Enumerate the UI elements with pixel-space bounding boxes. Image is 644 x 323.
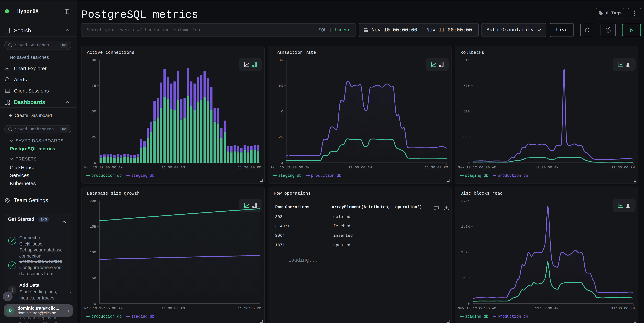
svg-text:production_db: production_db [91,174,122,178]
svg-text:4K: 4K [278,110,283,114]
svg-text:11:00:00 AM: 11:00:00 AM [348,166,372,170]
svg-text:production_db: production_db [498,314,528,319]
svg-text:20B: 20B [90,199,96,203]
svg-text:0: 0 [94,161,96,165]
svg-text:500: 500 [463,110,470,114]
svg-text:15B: 15B [90,225,96,229]
svg-text:2.4K: 2.4K [461,199,470,203]
svg-text:250: 250 [463,135,470,139]
svg-text:10B: 10B [90,250,96,254]
svg-text:Nov 10 12:00:00 AM: Nov 10 12:00:00 AM [458,306,496,310]
svg-text:5B: 5B [92,276,96,280]
svg-text:0: 0 [281,161,283,165]
svg-text:Nov 10 12:00:00 AM: Nov 10 12:00:00 AM [84,166,122,170]
svg-text:750: 750 [463,84,470,88]
svg-text:Nov 10 12:00:00 AM: Nov 10 12:00:00 AM [271,166,310,170]
svg-text:11:00:00 AM: 11:00:00 AM [162,306,185,310]
svg-text:11:00:00 AM: 11:00:00 AM [535,166,558,170]
svg-text:production_db: production_db [498,174,528,178]
svg-text:50: 50 [92,110,96,114]
svg-text:0: 0 [94,302,96,306]
svg-text:0: 0 [468,302,470,306]
svg-text:6K: 6K [278,84,283,88]
svg-text:staging_db: staging_db [131,174,154,178]
svg-text:staging_db: staging_db [278,174,302,178]
svg-text:production_db: production_db [91,314,122,319]
svg-text:11:00:00 AM: 11:00:00 AM [162,166,185,170]
svg-text:11:30:00 PM: 11:30:00 PM [238,306,261,310]
svg-text:0: 0 [468,161,470,165]
svg-text:staging_db: staging_db [465,314,488,319]
svg-text:11:30:00 PM: 11:30:00 PM [424,166,448,170]
svg-text:8K: 8K [278,58,283,62]
svg-text:1.8K: 1.8K [461,225,470,229]
svg-text:11:30:00 PM: 11:30:00 PM [611,306,635,310]
svg-text:11:30:00 PM: 11:30:00 PM [611,166,635,170]
svg-text:75: 75 [92,84,96,88]
svg-text:1K: 1K [466,58,470,62]
svg-text:Nov 10 12:00:00 AM: Nov 10 12:00:00 AM [458,166,496,170]
svg-text:100: 100 [90,58,96,62]
svg-text:600: 600 [463,276,470,280]
svg-text:11:30:00 PM: 11:30:00 PM [238,166,261,170]
svg-text:staging_db: staging_db [465,174,488,178]
svg-text:2K: 2K [278,135,283,139]
svg-text:11:00:00 AM: 11:00:00 AM [535,306,558,310]
svg-text:staging_db: staging_db [131,314,154,319]
svg-text:Nov 10 12:00:00 AM: Nov 10 12:00:00 AM [84,306,122,310]
svg-text:1.2K: 1.2K [461,250,470,254]
svg-text:production_db: production_db [311,174,341,178]
svg-text:25: 25 [92,135,96,139]
